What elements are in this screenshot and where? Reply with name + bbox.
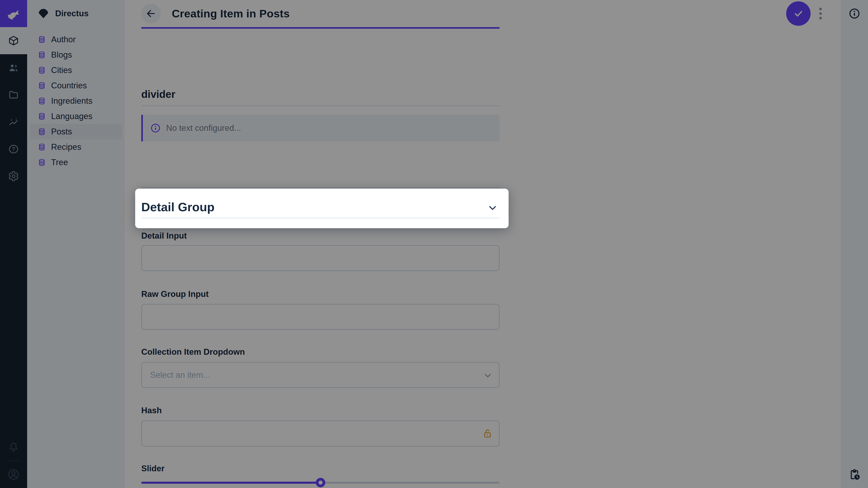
avatar-icon <box>7 468 20 481</box>
notice-text: No text configured... <box>166 123 241 133</box>
dropdown-placeholder: Select an item... <box>150 370 210 380</box>
page-title: Creating Item in Posts <box>172 7 290 20</box>
scrolled-field-edge <box>141 27 500 29</box>
arrow-left-icon <box>146 8 156 19</box>
account-button[interactable] <box>0 468 27 481</box>
notice-accent-bar <box>141 115 143 141</box>
bell-icon <box>8 442 19 453</box>
project-name: Directus <box>55 9 89 18</box>
info-icon <box>848 8 860 20</box>
directus-logo[interactable] <box>0 0 27 27</box>
nav-item-posts[interactable]: Posts <box>30 124 122 139</box>
nav-item-tree[interactable]: Tree <box>30 155 122 170</box>
notifications-button[interactable] <box>0 442 27 453</box>
revisions-sidebar-button[interactable] <box>841 467 868 482</box>
project-icon <box>37 8 49 20</box>
people-icon <box>8 62 19 73</box>
nav-item-label: Posts <box>51 127 72 136</box>
hash-label: Hash <box>141 406 162 415</box>
header-actions <box>786 0 828 27</box>
raw-group-input-field[interactable] <box>141 304 500 330</box>
detail-group-title: Detail Group <box>141 200 215 214</box>
check-icon <box>793 8 804 20</box>
rabbit-logo-icon <box>5 5 22 22</box>
nav-item-label: Ingredients <box>51 96 92 106</box>
navigation-sidebar: Directus Author Blogs Cities Countries I… <box>27 0 125 488</box>
database-icon <box>38 97 46 105</box>
nav-item-label: Blogs <box>51 50 72 60</box>
unlock-icon <box>482 428 493 439</box>
raw-group-input-label: Raw Group Input <box>141 289 209 299</box>
database-icon <box>38 128 46 135</box>
slider-fill <box>141 482 320 484</box>
database-icon <box>38 66 46 74</box>
database-icon <box>38 159 46 166</box>
gear-icon <box>8 171 19 182</box>
module-bar: ? <box>0 0 27 488</box>
module-users[interactable] <box>0 54 27 81</box>
nav-item-author[interactable]: Author <box>30 32 122 47</box>
slider-thumb[interactable] <box>316 478 325 487</box>
detail-input-label: Detail Input <box>141 231 187 240</box>
slider-control[interactable] <box>141 477 500 488</box>
module-files[interactable] <box>0 81 27 108</box>
module-insights[interactable] <box>0 108 27 135</box>
detail-group-rule <box>141 218 500 219</box>
back-button[interactable] <box>141 4 161 24</box>
folder-icon <box>8 90 19 100</box>
nav-item-countries[interactable]: Countries <box>30 78 122 93</box>
info-sidebar-button[interactable] <box>841 6 868 21</box>
database-icon <box>38 51 46 59</box>
svg-text:?: ? <box>12 146 15 152</box>
slider-label: Slider <box>141 464 164 473</box>
database-icon <box>38 82 46 90</box>
right-sidebar <box>841 0 868 488</box>
module-bar-divider <box>6 460 21 461</box>
module-content[interactable] <box>0 27 27 54</box>
nav-item-label: Cities <box>51 66 72 75</box>
info-icon <box>150 123 161 133</box>
nav-item-label: Languages <box>51 111 92 121</box>
form-body: divider No text configured... Accordion … <box>125 27 841 488</box>
kebab-icon <box>819 7 822 20</box>
hash-field-wrapper <box>141 420 500 447</box>
nav-item-label: Tree <box>51 158 68 167</box>
nav-item-ingredients[interactable]: Ingredients <box>30 93 122 109</box>
database-icon <box>38 112 46 120</box>
nav-item-recipes[interactable]: Recipes <box>30 139 122 155</box>
divider-rule <box>141 105 500 106</box>
clipboard-clock-icon <box>848 468 861 481</box>
app-window: ? Directus <box>0 0 868 488</box>
save-button[interactable] <box>786 1 811 26</box>
notice-banner: No text configured... <box>141 115 500 141</box>
chevron-down-icon <box>487 203 498 213</box>
divider-heading: divider <box>141 88 500 100</box>
nav-item-blogs[interactable]: Blogs <box>30 47 122 63</box>
database-icon <box>38 36 46 43</box>
database-icon <box>38 143 46 151</box>
page-header: Creating Item in Posts <box>125 0 841 27</box>
nav-item-label: Recipes <box>51 142 81 152</box>
collection-item-dropdown[interactable]: Select an item... <box>141 362 500 388</box>
help-icon: ? <box>8 144 19 155</box>
collection-item-dropdown-label: Collection Item Dropdown <box>141 347 245 357</box>
nav-item-languages[interactable]: Languages <box>30 109 122 124</box>
main-content: Creating Item in Posts divider <box>125 0 841 488</box>
nav-item-label: Author <box>51 35 76 44</box>
module-help[interactable]: ? <box>0 135 27 163</box>
detail-input-field[interactable] <box>141 245 500 271</box>
hash-input-field[interactable] <box>141 420 500 447</box>
project-header[interactable]: Directus <box>27 0 125 27</box>
module-settings[interactable] <box>0 163 27 190</box>
insights-icon <box>8 117 19 127</box>
detail-group-header[interactable]: Detail Group <box>135 189 508 228</box>
collection-list: Author Blogs Cities Countries Ingredient… <box>27 27 125 170</box>
accordion-top-rule <box>141 187 500 188</box>
chevron-down-icon <box>483 371 493 380</box>
nav-item-label: Countries <box>51 81 87 90</box>
nav-item-cities[interactable]: Cities <box>30 63 122 78</box>
more-options-button[interactable] <box>813 1 828 26</box>
box-icon <box>8 35 19 46</box>
